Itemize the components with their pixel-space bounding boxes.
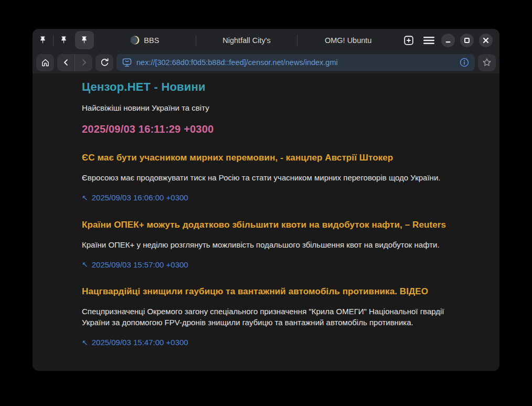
home-button[interactable]	[36, 54, 54, 71]
tab-label: Nightfall City's	[222, 36, 270, 45]
forward-chevron-icon	[79, 58, 89, 67]
article-link-label: 2025/09/03 15:47:00 +0300	[92, 338, 188, 347]
minimize-icon	[445, 37, 451, 44]
forward-button[interactable]	[75, 54, 92, 71]
news-article: Країни ОПЕК+ можуть додатково збільшити …	[82, 220, 478, 270]
navigation-bar: nex://[302:68d0:f0d5:b88d::feed]/censor.…	[33, 51, 499, 73]
tab-omg-ubuntu[interactable]: OMG! Ubuntu	[297, 29, 399, 51]
reload-button[interactable]	[95, 54, 113, 71]
news-article: Нацгвардійці знищили гаубицю та вантажни…	[82, 286, 478, 347]
url-text: nex://[302:68d0:f0d5:b88d::feed]/censor.…	[136, 58, 455, 67]
menu-button[interactable]	[419, 29, 439, 51]
link-arrow-icon: ↖	[82, 339, 88, 346]
article-link-label: 2025/09/03 15:57:00 +0300	[92, 260, 188, 269]
page-title: Цензор.НЕТ - Новини	[82, 80, 478, 94]
link-arrow-icon: ↖	[82, 261, 88, 268]
pushpin-icon	[59, 36, 68, 45]
crescent-moon-favicon	[131, 36, 140, 45]
pinned-tab-1[interactable]	[33, 29, 53, 51]
hamburger-icon	[423, 36, 434, 45]
back-button[interactable]	[57, 54, 75, 71]
home-icon	[40, 58, 50, 68]
pinned-tab-2[interactable]	[54, 29, 74, 51]
article-headline: Нацгвардійці знищили гаубицю та вантажни…	[82, 286, 478, 297]
info-icon[interactable]	[459, 57, 470, 68]
tab-bbs[interactable]: BBS	[94, 29, 196, 51]
news-article: ЄС має бути учасником мирних перемовин, …	[82, 153, 478, 202]
maximize-button[interactable]	[460, 34, 474, 47]
link-arrow-icon: ↖	[82, 194, 88, 201]
article-link[interactable]: ↖ 2025/09/03 16:06:00 +0300	[82, 193, 188, 202]
article-body: Країни ОПЕК+ у неділю розглянуть можливі…	[82, 239, 449, 250]
back-chevron-icon	[61, 58, 71, 67]
browser-window: BBS Nightfall City's OMG! Ubuntu	[33, 29, 499, 371]
url-bar[interactable]: nex://[302:68d0:f0d5:b88d::feed]/censor.…	[116, 54, 475, 71]
article-headline: Країни ОПЕК+ можуть додатково збільшити …	[82, 220, 478, 230]
new-tab-button[interactable]	[399, 29, 419, 51]
tab-nightfall-citys[interactable]: Nightfall City's	[196, 29, 297, 51]
close-icon	[483, 37, 489, 44]
history-nav-group	[57, 54, 92, 71]
terminal-monitor-icon	[122, 57, 132, 68]
tab-label: OMG! Ubuntu	[325, 36, 371, 45]
feed-updated-timestamp: 2025/09/03 16:11:29 +0300	[82, 123, 478, 135]
article-body: Спецпризначенці Окремого загону спеціаль…	[82, 306, 449, 328]
star-outline-icon	[482, 57, 492, 68]
minimize-button[interactable]	[441, 34, 455, 47]
page-content: Цензор.НЕТ - Новини Найсвіжіші новини Ук…	[33, 73, 499, 371]
tab-label: BBS	[144, 36, 159, 45]
pinned-tab-3-active[interactable]	[74, 29, 94, 51]
pushpin-icon	[38, 36, 47, 45]
page-subtitle: Найсвіжіші новини України та світу	[82, 103, 478, 112]
tab-bar: BBS Nightfall City's OMG! Ubuntu	[33, 29, 499, 51]
article-headline: ЄС має бути учасником мирних перемовин, …	[82, 153, 478, 163]
plus-square-icon	[403, 35, 414, 46]
article-body: Євросоюз має продовжувати тиск на Росію …	[82, 172, 449, 183]
maximize-icon	[464, 37, 470, 44]
reload-icon	[100, 58, 110, 68]
close-button[interactable]	[479, 34, 493, 47]
article-link-label: 2025/09/03 16:06:00 +0300	[92, 193, 188, 202]
pushpin-icon	[80, 36, 89, 45]
article-link[interactable]: ↖ 2025/09/03 15:57:00 +0300	[82, 260, 188, 269]
bookmark-button[interactable]	[478, 54, 496, 71]
article-link[interactable]: ↖ 2025/09/03 15:47:00 +0300	[82, 338, 188, 347]
